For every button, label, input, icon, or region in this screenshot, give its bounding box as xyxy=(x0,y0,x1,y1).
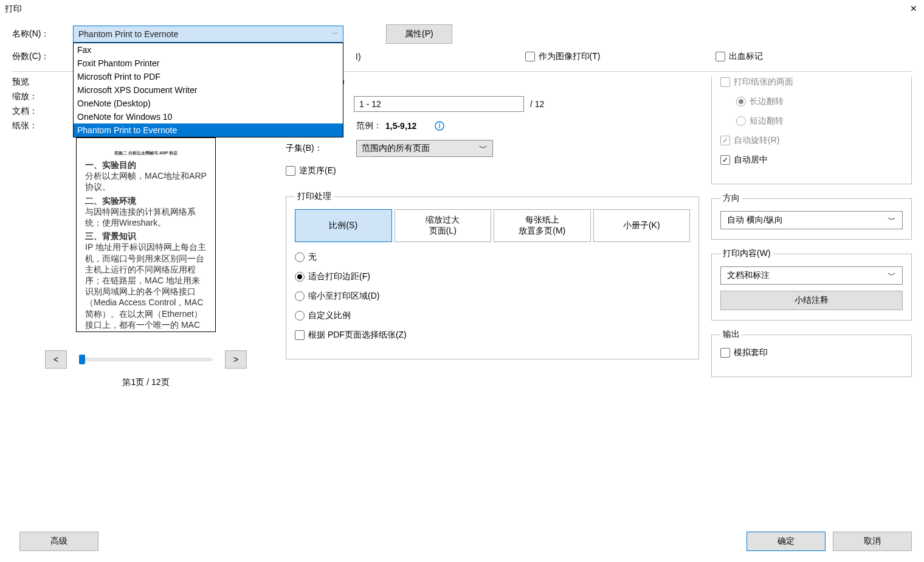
long-edge-radio: 长边翻转 xyxy=(736,96,903,107)
example-label: 范例： xyxy=(356,120,382,131)
print-handling-legend: 打印处理 xyxy=(295,191,334,202)
summarize-comments-button[interactable]: 小结注释 xyxy=(720,291,903,310)
pages-total: / 12 xyxy=(530,99,544,109)
short-edge-radio: 短边翻转 xyxy=(736,116,903,127)
example-value: 1,5-9,12 xyxy=(385,121,416,131)
all-pages-radio[interactable]: 所有页面(A) xyxy=(286,77,699,88)
printer-option[interactable]: OneNote (Desktop) xyxy=(74,97,343,110)
chevron-down-icon: ﹀ xyxy=(888,215,896,226)
copies-label: 份数(C)： xyxy=(12,51,61,62)
cancel-button[interactable]: 取消 xyxy=(833,532,912,551)
preview-group-label: 预览 xyxy=(12,77,71,88)
printer-option[interactable]: OneNote for Windows 10 xyxy=(74,110,343,123)
print-as-image-checkbox[interactable]: 作为图像打印(T) xyxy=(525,51,601,62)
scale-shrink-radio[interactable]: 缩小至打印区域(D) xyxy=(295,291,690,302)
tab-scale[interactable]: 比例(S) xyxy=(295,209,392,242)
bleed-marks-checkbox[interactable]: 出血标记 xyxy=(715,51,763,62)
printer-name-label: 名称(N)： xyxy=(12,29,61,40)
chevron-down-icon: ﹀ xyxy=(888,270,896,281)
printer-option[interactable]: Phantom Print to Evernote xyxy=(74,123,343,137)
scale-none-radio[interactable]: 无 xyxy=(295,252,690,263)
tab-multi-per-sheet[interactable]: 每张纸上 放置多页(M) xyxy=(494,209,591,242)
printer-select[interactable]: Phantom Print to Evernote ﹀ Fax Foxit Ph… xyxy=(73,26,343,43)
doc-label: 文档： xyxy=(12,106,70,117)
chevron-down-icon: ﹀ xyxy=(332,30,338,38)
printer-dropdown: Fax Foxit Phantom Printer Microsoft Prin… xyxy=(73,43,343,137)
orientation-select[interactable]: 自动 横向/纵向 ﹀ xyxy=(720,211,903,229)
tab-booklet[interactable]: 小册子(K) xyxy=(593,209,691,242)
reverse-order-checkbox[interactable]: 逆页序(E) xyxy=(286,165,699,176)
hidden-accel: I) xyxy=(356,52,361,61)
properties-button[interactable]: 属性(P) xyxy=(386,24,452,44)
tab-fit-large[interactable]: 缩放过大 页面(L) xyxy=(395,209,492,242)
window-title: 打印 xyxy=(5,4,908,15)
choose-paper-by-pdf-checkbox[interactable]: 根据 PDF页面选择纸张(Z) xyxy=(295,330,690,341)
ok-button[interactable]: 确定 xyxy=(746,532,826,551)
slider-thumb[interactable] xyxy=(79,355,85,364)
auto-center-checkbox[interactable]: 自动居中 xyxy=(720,154,903,165)
chevron-down-icon: ﹀ xyxy=(479,143,488,154)
page-indicator: 第1页 / 12页 xyxy=(12,377,280,388)
printer-option[interactable]: Microsoft XPS Document Writer xyxy=(74,83,343,97)
svg-text:i: i xyxy=(439,121,441,130)
printer-select-value: Phantom Print to Evernote xyxy=(78,29,178,39)
prev-page-button[interactable]: < xyxy=(45,350,67,369)
printer-option[interactable]: Fax xyxy=(74,43,343,57)
preview-thumbnail: 实验二 分析以太网帧与 ARP 协议 一、实验目的 分析以太网帧，MAC地址和A… xyxy=(76,137,216,332)
printer-option[interactable]: Microsoft Print to PDF xyxy=(74,70,343,83)
orientation-legend: 方向 xyxy=(720,193,742,204)
output-legend: 输出 xyxy=(720,329,742,340)
printer-option[interactable]: Foxit Phantom Printer xyxy=(74,57,343,70)
close-icon[interactable]: ✕ xyxy=(908,4,919,15)
print-content-legend: 打印内容(W) xyxy=(720,248,773,259)
scale-custom-radio[interactable]: 自定义比例 xyxy=(295,310,690,321)
next-page-button[interactable]: > xyxy=(225,350,247,369)
pages-input[interactable] xyxy=(354,96,524,112)
scale-fit-margin-radio[interactable]: 适合打印边距(F) xyxy=(295,271,690,282)
simulate-overprint-checkbox[interactable]: 模拟套印 xyxy=(720,347,903,358)
advanced-button[interactable]: 高级 xyxy=(19,532,98,551)
auto-rotate-checkbox: 自动旋转(R) xyxy=(720,135,903,146)
info-icon: i xyxy=(435,121,444,131)
duplex-checkbox: 打印纸张的两面 xyxy=(720,77,903,88)
subset-label: 子集(B)： xyxy=(286,143,356,154)
print-content-select[interactable]: 文档和标注 ﹀ xyxy=(720,266,903,285)
subset-select[interactable]: 范围内的所有页面 ﹀ xyxy=(356,140,493,157)
page-slider[interactable] xyxy=(79,358,213,361)
